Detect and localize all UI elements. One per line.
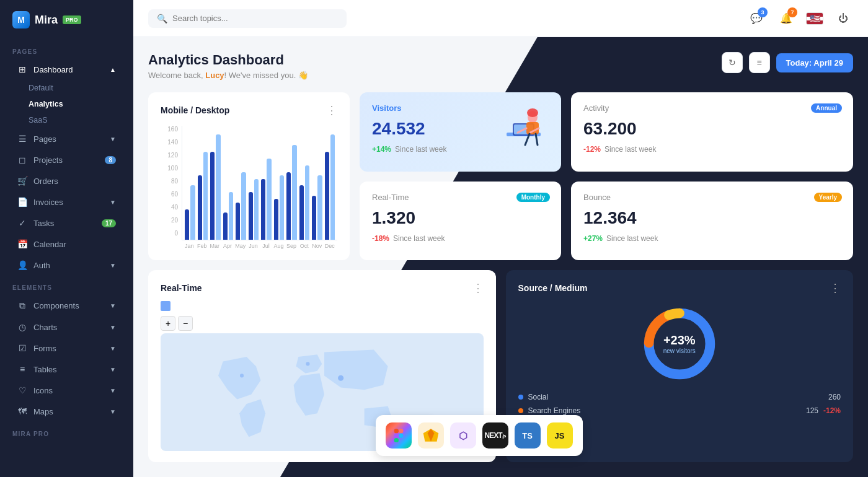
search-input[interactable] [172, 14, 338, 23]
orders-label: Orders [33, 177, 58, 186]
bar-light [280, 175, 284, 240]
refresh-button[interactable]: ↻ [722, 52, 743, 73]
svg-rect-21 [394, 438, 398, 442]
date-button[interactable]: Today: April 29 [776, 53, 853, 72]
sidebar-sub-saas[interactable]: SaaS [0, 112, 133, 128]
bar-chart-labels: JanFebMarAprMayJunJulAugSepOctNovDec [182, 240, 337, 249]
bar-dark [325, 152, 329, 240]
page-title-section: Analytics Dashboard Welcome back, Lucy! … [148, 52, 308, 80]
typescript-logo: TS [515, 422, 541, 449]
sidebar-sub-default[interactable]: Default [0, 80, 133, 96]
app-logo: M Mira PRO [0, 0, 133, 40]
topbar-right: 💬 3 🔔 7 🇺🇸 ⏻ [746, 9, 853, 28]
sidebar-item-dashboard[interactable]: ⊞ Dashboard ▲ [5, 59, 128, 79]
content-inner: Analytics Dashboard Welcome back, Lucy! … [148, 52, 853, 462]
sidebar-item-pages[interactable]: ☰ Pages ▼ [5, 129, 128, 149]
bar-group [223, 192, 234, 240]
bounce-label: Bounce [583, 193, 841, 202]
bar-group [325, 134, 335, 240]
bar-light [292, 145, 296, 240]
chart-area: JanFebMarAprMayJunJulAugSepOctNovDec [182, 126, 337, 249]
power-button[interactable]: ⏻ [833, 9, 853, 28]
sidebar-item-charts[interactable]: ◷ Charts ▼ [5, 317, 128, 337]
sidebar-item-tasks[interactable]: ✓ Tasks 17 [5, 213, 128, 233]
sidebar-item-projects[interactable]: ◻ Projects 8 [5, 150, 128, 170]
sidebar-item-maps[interactable]: 🗺 Maps ▼ [5, 401, 128, 421]
projects-label: Projects [33, 155, 63, 165]
activity-since: Since last week [604, 145, 656, 154]
activity-footer: -12% Since last week [583, 145, 841, 154]
username: Lucy [205, 71, 224, 80]
logo-icon: M [12, 11, 30, 28]
chart-title: Mobile / Desktop [161, 105, 229, 115]
donut-center: +23% new visitors [663, 333, 696, 354]
charts-label: Charts [33, 323, 57, 332]
arrow-icon: ▼ [110, 345, 116, 352]
filter-button[interactable]: ≡ [749, 52, 770, 73]
bar-light [229, 192, 233, 240]
arrow-icon: ▼ [110, 408, 116, 415]
visitors-change: +14% [372, 145, 391, 154]
sidebar-item-forms[interactable]: ☑ Forms ▼ [5, 338, 128, 358]
sidebar-item-invoices[interactable]: 📄 Invoices ▼ [5, 192, 128, 212]
source-menu-button[interactable]: ⋮ [830, 281, 841, 295]
arrow-icon: ▼ [110, 262, 116, 269]
bar-group [185, 185, 195, 240]
tables-label: Tables [33, 365, 57, 374]
app-name: Mira [35, 14, 58, 27]
components-icon: ⧉ [17, 300, 27, 311]
search-icon: 🔍 [157, 14, 167, 24]
activity-card: Activity Annual 63.200 -12% Since last w… [571, 92, 853, 172]
mobile-desktop-chart-card: Mobile / Desktop ⋮ 160140120100806040200… [148, 92, 350, 260]
bounce-footer: +27% Since last week [583, 234, 841, 243]
sidebar-item-orders[interactable]: 🛒 Orders [5, 171, 128, 191]
social-dot [518, 395, 523, 400]
sidebar-item-calendar[interactable]: 📅 Calendar [5, 234, 128, 254]
map-title: Real-Time [161, 283, 202, 293]
sidebar-item-components[interactable]: ⧉ Components ▼ [5, 295, 128, 316]
auth-label: Auth [33, 261, 50, 270]
pro-badge: PRO [63, 15, 81, 24]
donut-pct: +23% [663, 333, 696, 348]
section-label-pages: PAGES [0, 40, 133, 59]
bar-label: Jan [184, 243, 195, 249]
svg-rect-19 [394, 433, 398, 437]
sidebar-item-tables[interactable]: ≡ Tables ▼ [5, 359, 128, 379]
auth-icon: 👤 [17, 260, 27, 270]
tasks-badge: 17 [102, 219, 116, 227]
svg-point-10 [338, 375, 343, 381]
nextjs-logo: NEXT.js [482, 422, 508, 449]
sidebar-item-auth[interactable]: 👤 Auth ▼ [5, 255, 128, 275]
bar-label: Sep [286, 243, 297, 249]
chart-header: Mobile / Desktop ⋮ [161, 103, 337, 117]
bar-dark [274, 199, 278, 240]
search-wrap[interactable]: 🔍 [148, 9, 347, 28]
bar-light [317, 175, 322, 240]
notifications-badge: 3 [758, 7, 768, 17]
map-menu-button[interactable]: ⋮ [472, 281, 484, 295]
alerts-button[interactable]: 🔔 7 [776, 9, 796, 28]
bar-label: Oct [299, 243, 309, 249]
bar-group [210, 134, 221, 240]
activity-label: Activity [583, 103, 841, 113]
pages-icon: ☰ [17, 134, 27, 144]
sketch-logo [418, 422, 444, 449]
zoom-out-button[interactable]: − [178, 316, 193, 331]
bar-label: Nov [312, 243, 322, 249]
page-title: Analytics Dashboard [148, 52, 308, 68]
search-value: 125 [806, 406, 818, 415]
source-title: Source / Medium [518, 283, 588, 293]
bar-label: Aug [273, 243, 284, 249]
bar-label: Jun [248, 243, 259, 249]
map-zoom-controls[interactable]: + − [161, 316, 484, 331]
chart-menu-button[interactable]: ⋮ [326, 103, 337, 117]
sidebar-item-icons[interactable]: ♡ Icons ▼ [5, 380, 128, 400]
notifications-button[interactable]: 💬 3 [746, 9, 766, 28]
visitors-illustration [494, 98, 556, 154]
main-area: 🔍 💬 3 🔔 7 🇺🇸 ⏻ Analyti [133, 0, 868, 477]
bounce-card: Bounce Yearly 12.364 +27% Since last wee… [571, 182, 853, 261]
svg-rect-17 [394, 429, 398, 433]
zoom-in-button[interactable]: + [161, 316, 175, 331]
sidebar-sub-analytics[interactable]: Analytics [0, 96, 133, 112]
language-selector[interactable]: 🇺🇸 [806, 12, 823, 25]
